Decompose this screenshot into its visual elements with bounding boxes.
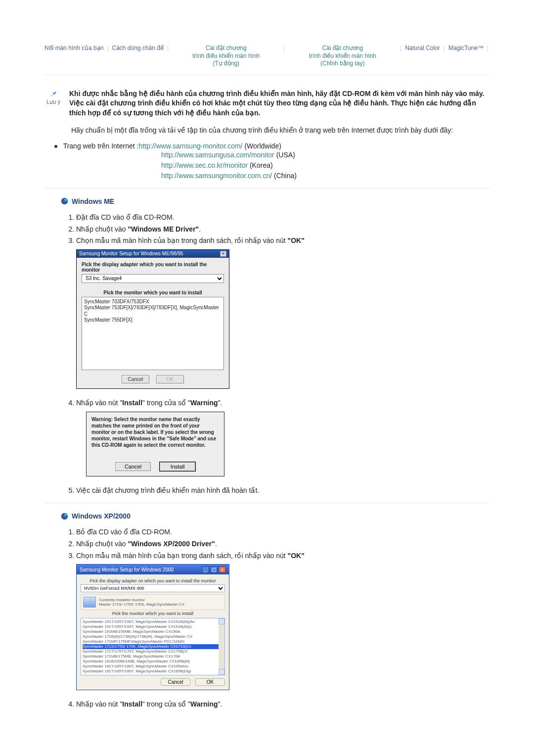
me-dialog-adapter-label: Pick the display adapter which you want … [82, 262, 224, 273]
note-block: Lưu ý Khi được nhắc bằng hệ điều hành củ… [44, 89, 490, 118]
me-dialog-titlebar: Samsung Monitor Setup for Windows ME/98/… [77, 250, 229, 258]
pie-icon [61, 198, 68, 204]
me-step-4: Nhấp vào nút "Install" trong cửa sổ "War… [76, 398, 490, 409]
me-steps-3: Việc cài đặt chương trình điều khiển màn… [76, 485, 490, 496]
link-usa[interactable]: http://www.samsungusa.com/monitor [161, 151, 274, 159]
maximize-icon[interactable]: ▢ [210, 566, 218, 573]
close-icon[interactable]: × [219, 566, 226, 573]
list-item[interactable]: SyncMaster 151MB/155MB, MagicSyncMaster … [83, 629, 223, 634]
nav-stand-usage[interactable]: Cách dùng chân đế [112, 45, 164, 52]
nav-connect-monitor[interactable]: Nối màn hình của bạn [44, 45, 103, 52]
section-title-me: Windows ME [61, 197, 490, 205]
minimize-icon[interactable]: _ [202, 566, 209, 573]
list-item[interactable]: SyncMaster 171MB/175MB, MagicSyncMaster … [83, 654, 223, 659]
xp-dialog-adapter-select[interactable]: NVIDIA GeForce2 MX/MX 400 [81, 584, 225, 592]
list-item[interactable]: SyncMaster 171T/175T/170T, MagicSyncMast… [83, 649, 223, 654]
xp-steps-2: Nhấp vào nút "Install" trong cửa sổ "War… [76, 699, 490, 710]
xp-dialog-monitor-label: Pick the monitor which you want to insta… [81, 611, 225, 616]
list-item[interactable]: SyncMaster 181B/185B/180B, MagicSyncMast… [83, 659, 223, 664]
install-button[interactable]: Install [160, 462, 195, 471]
links-list: http://www.samsungusa.com/monitor (USA) … [161, 150, 490, 181]
xp-step-1: Bỏ đĩa CD vào ổ đĩa CD-ROM. [76, 527, 490, 538]
me-steps-2: Nhấp vào nút "Install" trong cửa sổ "War… [76, 398, 490, 409]
list-item[interactable]: SyncMaster 151T/155T/150T, MagicSyncMast… [83, 624, 223, 629]
scroll-up-icon[interactable] [219, 618, 224, 624]
link-korea[interactable]: http://www.sec.co.kr/monitor [161, 161, 248, 169]
list-item[interactable]: SyncMaster 755DF[X] [84, 317, 222, 324]
ok-button[interactable]: OK [156, 375, 184, 383]
note-icon-label: Lưu ý [46, 99, 60, 105]
nav-install-driver-auto[interactable]: Cài đặt chương trình điều khiển màn hình… [172, 45, 280, 68]
xp-dialog-monitor-list[interactable]: SyncMaster 151T/155T/150T, MagicSyncMast… [81, 618, 225, 675]
monitor-icon [83, 597, 96, 608]
nav-divider: | [486, 45, 490, 51]
link-china[interactable]: http://www.samsungmonitor.com.cn/ [161, 172, 272, 180]
top-nav: Nối màn hình của bạn | Cách dùng chân đế… [44, 45, 490, 75]
note-text: Khi được nhắc bằng hệ điều hành của chươ… [69, 89, 490, 118]
scrollbar[interactable] [219, 618, 224, 675]
xp-dialog-adapter-label: Pick the display adapter on which you wa… [81, 578, 225, 583]
list-item[interactable]: SyncMaster 753DF[X]/783DF[X]/783DF[X], M… [84, 305, 222, 317]
close-icon[interactable]: × [220, 251, 226, 257]
nav-natural-color[interactable]: Natural Color [405, 45, 440, 52]
list-item[interactable]: SyncMaster 151T/155T/150T, MagicSyncMast… [83, 619, 223, 624]
xp-dialog-title: Samsung Monitor Setup for Windows 2000 [80, 567, 174, 572]
me-steps: Đặt đĩa CD vào ổ đĩa CD-ROM. Nhấp chuột … [76, 212, 490, 246]
pie-icon [61, 513, 68, 520]
me-warning-dialog: Warning: Select the monitor name that ex… [86, 412, 224, 476]
link-suffix: (China) [272, 172, 297, 180]
me-dialog-monitor-list[interactable]: SyncMaster 703DFX/753DFX SyncMaster 753D… [82, 297, 224, 370]
note-icon: Lưu ý [44, 89, 62, 105]
list-item[interactable]: SyncMaster 181T/185T/180T, MagicSyncMast… [83, 669, 223, 674]
me-dialog-adapter-select[interactable]: S3 Inc. Savage4 [82, 274, 224, 283]
xp-step-2: Nhấp chuột vào "Windows XP/2000 Driver". [76, 539, 490, 550]
link-suffix: (Korea) [248, 161, 273, 169]
list-item[interactable]: SyncMaster 181T/185T/180T, MagicSyncMast… [83, 664, 223, 669]
me-step-2: Nhấp chuột vào "Windows ME Driver". [76, 224, 490, 235]
list-item-selected[interactable]: SyncMaster 171S/175S/ 170S, MagicSyncMas… [83, 644, 223, 649]
nav-divider: | [282, 45, 286, 51]
me-step-1: Đặt đĩa CD vào ổ đĩa CD-ROM. [76, 212, 490, 223]
list-item[interactable]: SyncMaster 171MP/175MP,MagicSyncMaster P… [83, 639, 223, 644]
xp-current-label: Currently installed monitor [99, 598, 184, 603]
xp-steps: Bỏ đĩa CD vào ổ đĩa CD-ROM. Nhấp chuột v… [76, 527, 490, 561]
me-setup-dialog: Samsung Monitor Setup for Windows ME/98/… [76, 249, 229, 389]
me-step-5: Việc cài đặt chương trình điều khiển màn… [76, 485, 490, 496]
me-dialog-monitor-label: Pick the monitor which you want to insta… [82, 290, 224, 295]
nav-divider: | [399, 45, 402, 51]
link-suffix: (USA) [274, 151, 295, 159]
ok-button[interactable]: OK [195, 678, 225, 686]
nav-divider: | [106, 45, 109, 51]
xp-setup-dialog: Samsung Monitor Setup for Windows 2000 _… [76, 564, 229, 690]
xp-dialog-titlebar: Samsung Monitor Setup for Windows 2000 _… [77, 565, 229, 574]
link-suffix: (Worldwide) [243, 142, 281, 150]
link-worldwide[interactable]: http://www.samsung-monitor.com/ [138, 142, 242, 150]
section-separator [44, 188, 490, 189]
list-item[interactable]: SyncMaster 171B(M)/173B(M)/170B(M), Magi… [83, 634, 223, 639]
xp-step-4: Nhấp vào nút "Install" trong cửa sổ "War… [76, 699, 490, 710]
xp-dialog-current-monitor: Currently installed monitor Master 171S/… [81, 594, 225, 610]
me-step-3: Chọn mẫu mã màn hình của bạn trong danh … [76, 236, 490, 246]
list-item[interactable]: SyncMaster 703DFX/753DFX [84, 299, 222, 305]
list-item[interactable]: SyncMaster 450b(T) / 450Nb [83, 674, 223, 675]
nav-install-driver-manual[interactable]: Cài đặt chương trình điều khiển màn hình… [289, 45, 397, 68]
links-lead: Trang web trên Internet : [63, 142, 139, 150]
me-dialog-title: Samsung Monitor Setup for Windows ME/98/… [79, 251, 183, 256]
xp-current-value: Master 171S/ 175S/ 170S, MagicSyncMaster… [99, 602, 184, 607]
note-sub: Hãy chuẩn bị một đĩa trống và tải về tập… [71, 125, 490, 135]
cancel-button[interactable]: Cancel [115, 462, 151, 471]
nav-divider: | [443, 45, 446, 51]
section-title-xp: Windows XP/2000 [61, 512, 490, 520]
me-warning-text: Warning: Select the monitor name that ex… [91, 416, 219, 448]
xp-step-3: Chọn mẫu mã màn hình của bạn trong danh … [76, 551, 490, 562]
bullet-icon [54, 145, 57, 148]
section-separator [44, 503, 490, 503]
scroll-down-icon[interactable] [219, 669, 224, 675]
links-lead-row: Trang web trên Internet :http://www.sams… [61, 142, 490, 150]
nav-magictune[interactable]: MagicTune™ [448, 45, 484, 52]
cancel-button[interactable]: Cancel [122, 375, 149, 383]
cancel-button[interactable]: Cancel [161, 678, 190, 686]
nav-divider: | [166, 45, 170, 51]
